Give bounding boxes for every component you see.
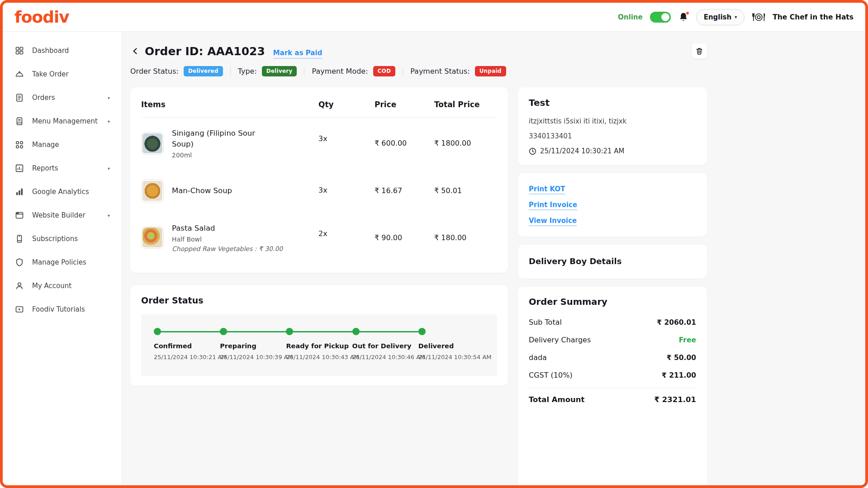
- sidebar-item-label: Google Analytics: [32, 188, 89, 196]
- brand-logo[interactable]: foodiv: [14, 8, 69, 26]
- item-note: Chopped Raw Vegetables : ₹ 30.00: [172, 245, 283, 252]
- sidebar-item-label: Subscriptions: [32, 235, 78, 243]
- item-thumbnail: [141, 180, 164, 202]
- online-toggle[interactable]: [650, 12, 671, 23]
- print-invoice-link[interactable]: Print Invoice: [529, 201, 577, 209]
- sidebar-item-my-account[interactable]: My Account: [3, 274, 122, 298]
- step-label: Delivered: [418, 342, 484, 350]
- item-qty: 3x: [318, 186, 375, 194]
- item-name: Man-Chow Soup: [172, 185, 232, 196]
- reports-icon: [14, 163, 24, 173]
- timeline-step-out-for-delivery: Out for Delivery 25/11/2024 10:30:46 AM: [352, 328, 418, 360]
- language-label: English: [704, 13, 732, 21]
- sidebar-item-menu-management[interactable]: Menu Management ▾: [3, 109, 122, 133]
- subscription-icon: [14, 234, 24, 244]
- items-card: Items Qty Price Total Price Sinigang (Fi…: [130, 87, 508, 273]
- summary-row: Delivery Charges Free: [529, 331, 696, 349]
- order-status-badge: Delivered: [184, 66, 223, 76]
- cloche-icon: [14, 69, 24, 79]
- page-title: Order ID: AAA1023: [145, 45, 265, 58]
- back-button[interactable]: [130, 46, 140, 56]
- tutorials-play-icon: [14, 304, 24, 314]
- sidebar: Dashboard Take Order Orders: [3, 32, 122, 485]
- sidebar-item-label: Foodiv Tutorials: [32, 305, 85, 313]
- print-kot-link[interactable]: Print KOT: [529, 185, 565, 193]
- summary-value: ₹ 50.00: [667, 354, 696, 362]
- sidebar-item-label: My Account: [32, 282, 71, 290]
- sidebar-item-manage[interactable]: Manage: [3, 133, 122, 156]
- mark-as-paid-link[interactable]: Mark as Paid: [273, 49, 323, 57]
- total-amount-value: ₹ 2321.01: [655, 395, 696, 404]
- item-name: Pasta Salad: [172, 223, 268, 234]
- separator: [230, 67, 231, 76]
- step-label: Ready for Pickup: [286, 342, 352, 350]
- delete-order-button[interactable]: [692, 43, 707, 59]
- shield-icon: [14, 257, 24, 267]
- col-qty: Qty: [318, 100, 375, 109]
- sidebar-item-reports[interactable]: Reports ▾: [3, 156, 122, 180]
- user-icon: [14, 281, 24, 291]
- payment-mode-label: Payment Mode:: [312, 67, 368, 76]
- toggle-knob: [661, 13, 669, 21]
- items-table-header: Items Qty Price Total Price: [141, 97, 497, 118]
- timeline-step-confirmed: Confirmed 25/11/2024 10:30:21 AM: [154, 328, 220, 360]
- table-row: Man-Chow Soup 3x ₹ 16.67 ₹ 50.01: [141, 169, 497, 213]
- manage-grid-icon: [14, 140, 24, 150]
- sidebar-item-orders[interactable]: Orders ▾: [3, 86, 122, 109]
- summary-total-row: Total Amount ₹ 2321.01: [529, 388, 696, 408]
- clock-icon: [529, 147, 536, 155]
- chevron-down-icon: ▾: [735, 15, 737, 19]
- order-status-title: Order Status: [141, 295, 497, 305]
- sidebar-item-manage-policies[interactable]: Manage Policies: [3, 251, 122, 274]
- timeline-dot: [220, 328, 227, 335]
- sidebar-item-website-builder[interactable]: Website Builder ▾: [3, 204, 122, 227]
- sidebar-item-dashboard[interactable]: Dashboard: [3, 39, 122, 62]
- main-content[interactable]: Order ID: AAA1023 Mark as Paid Order Sta…: [122, 32, 865, 485]
- chevron-down-icon: ▾: [108, 166, 110, 171]
- summary-row: Sub Total ₹ 2060.01: [529, 313, 696, 331]
- sidebar-item-google-analytics[interactable]: Google Analytics: [3, 180, 122, 204]
- order-timeline: Confirmed 25/11/2024 10:30:21 AM Prepari…: [141, 314, 497, 376]
- timeline-dot: [154, 328, 161, 335]
- payment-status-label: Payment Status:: [410, 67, 470, 76]
- summary-label: CGST (10%): [529, 371, 573, 379]
- sidebar-item-foodiv-tutorials[interactable]: Foodiv Tutorials: [3, 298, 122, 321]
- sidebar-item-label: Manage Policies: [32, 258, 86, 266]
- online-status-label: Online: [618, 13, 643, 21]
- sidebar-item-take-order[interactable]: Take Order: [3, 62, 122, 86]
- summary-value: ₹ 211.00: [662, 371, 696, 379]
- order-datetime: 25/11/2024 10:30:21 AM: [540, 147, 625, 155]
- page-head: Order ID: AAA1023 Mark as Paid: [130, 43, 707, 59]
- summary-row: dada ₹ 50.00: [529, 349, 696, 366]
- invoice-actions-card: Print KOT Print Invoice View Invoice: [518, 173, 707, 237]
- restaurant-name: The Chef in the Hats: [773, 13, 854, 21]
- dashboard-icon: [14, 46, 24, 56]
- sidebar-item-label: Dashboard: [32, 47, 69, 55]
- step-time: 25/11/2024 10:30:21 AM: [154, 354, 220, 360]
- step-label: Confirmed: [154, 342, 220, 350]
- separator: [403, 67, 403, 76]
- customer-address: itzjxittstis i5sixi iti itixi, tizjxk: [529, 117, 696, 125]
- timeline-dot: [286, 328, 293, 335]
- summary-label: dada: [529, 353, 547, 362]
- order-summary-card: Order Summary Sub Total ₹ 2060.01 Delive…: [518, 287, 707, 485]
- menu-book-icon: [14, 116, 24, 126]
- order-status-row: Order Status: Delivered Type: Delivery P…: [130, 66, 707, 76]
- timeline-step-ready-for-pickup: Ready for Pickup 25/11/2024 10:30:43 AM: [286, 328, 352, 360]
- step-time: 25/11/2024 10:30:46 AM: [352, 354, 418, 360]
- sidebar-item-label: Take Order: [32, 70, 69, 78]
- app-window: foodiv Online English ▾: [0, 0, 868, 488]
- notification-bell-icon[interactable]: [678, 12, 689, 23]
- top-header: foodiv Online English ▾: [3, 3, 865, 32]
- item-total: ₹ 50.01: [434, 186, 497, 195]
- step-time: 25/11/2024 10:30:43 AM: [286, 354, 352, 360]
- order-type-label: Type:: [238, 67, 257, 76]
- sidebar-item-subscriptions[interactable]: Subscriptions: [3, 227, 122, 251]
- order-summary-title: Order Summary: [529, 297, 696, 307]
- summary-value: ₹ 2060.01: [657, 318, 696, 327]
- timeline-dot: [352, 328, 360, 335]
- view-invoice-link[interactable]: View Invoice: [529, 217, 577, 225]
- order-status-label: Order Status:: [130, 67, 179, 76]
- language-dropdown[interactable]: English ▾: [696, 9, 745, 25]
- item-qty: 3x: [318, 134, 375, 143]
